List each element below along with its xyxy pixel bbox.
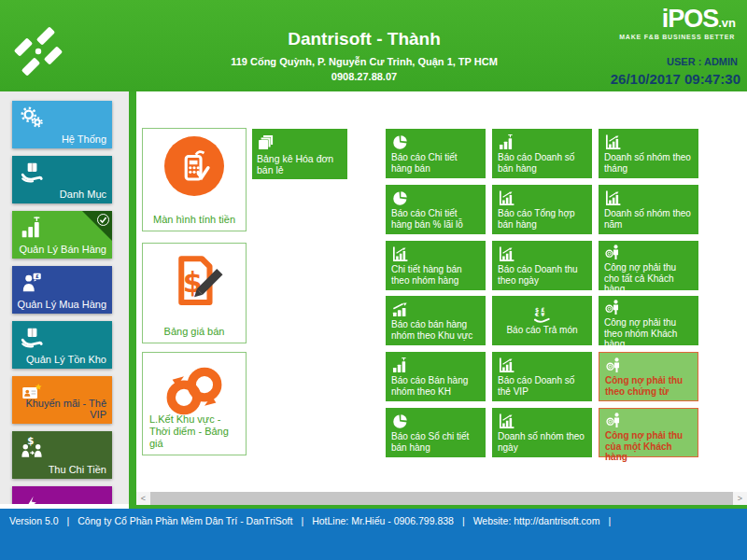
report-button-4[interactable]: Báo cáo Chi tiết hàng bán % lãi lỗ (386, 185, 486, 234)
report-button-9[interactable]: Công nợ phải thu cho tất cả Khách hàng (599, 241, 698, 290)
header: Dantrisoft - Thành 119 Cống Quỳnh, P. Ng… (0, 0, 747, 91)
report-button-18[interactable]: Công nợ phải thu của một Khách hàng (599, 408, 698, 457)
sidebar-item-4[interactable]: £Quản Lý Mua Hàng (12, 266, 112, 314)
price-doc-icon: $ (163, 251, 225, 313)
report-button-label: Công nợ phải thu cho tất cả Khách hàng (604, 262, 676, 294)
horizontal-scrollbar[interactable]: < > (136, 492, 747, 505)
app-window: Dantrisoft - Thành 119 Cống Quỳnh, P. Ng… (0, 0, 747, 560)
report-button-label: Công nợ phải thu của một Khách hàng (605, 430, 683, 462)
report-button-7[interactable]: Chi tiết hàng bán theo nhóm hàng (386, 241, 486, 290)
card-label: Bảng giá bán (147, 326, 242, 338)
sidebar-item-label: Thu Chi Tiền (16, 464, 106, 475)
footer-statusbar: Version 5.0|Công ty Cổ Phần Phần Mềm Dân… (0, 509, 747, 560)
store-title: Dantrisoft - Thành (131, 29, 598, 49)
report-button-label: Báo cáo Doanh số bán hàng (498, 152, 574, 174)
report-button-6[interactable]: Doanh số nhóm theo năm (599, 185, 698, 234)
sidebar-item-label: Quản Lý Mua Hàng (16, 299, 106, 310)
footer-segment: HotLine: Mr.Hiếu - 0906.799.838 (312, 515, 454, 526)
report-button-label: Báo cáo Doanh thu theo ngày (498, 264, 578, 286)
sidebar-item-8[interactable] (12, 486, 112, 504)
chart-frame-icon (391, 245, 409, 263)
svg-text:$: $ (27, 436, 34, 446)
gears-icon (20, 105, 44, 130)
report-button-label: Báo cáo Chi tiết hàng bán (391, 152, 458, 174)
store-address: 119 Cống Quỳnh, P. Nguyễn Cư Trinh, Quận… (131, 56, 598, 67)
shortcut-card-3[interactable]: L.Kết Khu vực - Thời điểm - Bảng giá (142, 352, 247, 455)
report-button-14[interactable]: Báo cáo Doanh số thẻ VIP (492, 352, 592, 401)
report-button-label: Báo cáo Tổng hợp bán hàng (498, 208, 575, 230)
report-button-label: Báo cáo Sổ chi tiết bán hàng (391, 431, 469, 453)
report-button-label: Công nợ phải thu theo nhóm Khách hàng (604, 317, 677, 349)
retail-invoice-list-button[interactable]: Bảng kê Hóa đơn bán lẻ (252, 129, 347, 179)
sidebar: Hệ ThốngDanh MụcQuản Lý Bán Hàng£Quản Lý… (0, 91, 129, 504)
shortcut-cards: Màn hình tính tiền$Bảng giá bánL.Kết Khu… (142, 128, 247, 464)
svg-text:£: £ (35, 273, 39, 279)
report-button-3[interactable]: Doanh số nhóm theo tháng (599, 129, 698, 178)
report-button-label: Công nợ phải thu theo chứng từ (605, 375, 683, 397)
chart-frame-icon (604, 133, 622, 151)
buyer-icon: £ (20, 271, 44, 295)
ipos-logo-tld: .vn (718, 16, 736, 30)
report-button-15[interactable]: Công nợ phải thu theo chứng từ (599, 352, 698, 401)
growth-bars-icon (391, 301, 409, 318)
report-button-17[interactable]: Doanh số nhóm theo ngày (492, 408, 592, 457)
sidebar-divider (129, 91, 136, 509)
report-button-2[interactable]: Báo cáo Doanh số bán hàng (492, 129, 592, 178)
sidebar-item-label: Quản Lý Bán Hàng (16, 244, 106, 255)
card-label: Màn hình tính tiền (147, 214, 242, 226)
pie-chart-icon (391, 133, 409, 151)
svg-text:€ ¥: € ¥ (534, 311, 545, 317)
invoices-icon (257, 133, 275, 152)
user-label: USER : ADMIN (667, 56, 738, 67)
report-button-10[interactable]: Báo cáo bán hàng nhóm theo Khu vực (386, 296, 486, 345)
sidebar-item-1[interactable]: Hệ Thống (12, 101, 112, 148)
report-button-label: Báo cáo bán hàng nhóm theo Khu vực (391, 319, 472, 341)
datetime-label: 26/10/2017 09:47:30 (611, 71, 740, 87)
report-button-16[interactable]: Báo cáo Sổ chi tiết bán hàng (386, 408, 486, 457)
refund-hand-icon: $ £€ ¥ (533, 306, 551, 324)
sidebar-item-label: Danh Mục (16, 189, 106, 200)
cash-register-icon (164, 136, 224, 196)
sidebar-item-label: Hệ Thống (16, 133, 106, 145)
bar-chart-icon (20, 216, 44, 240)
sidebar-item-7[interactable]: $Thu Chi Tiền (12, 431, 112, 479)
shortcut-card-1[interactable]: Màn hình tính tiền (142, 128, 247, 231)
report-button-label: Báo cáo Chi tiết hàng bán % lãi lỗ (391, 208, 463, 230)
sidebar-item-label: Quản Lý Tồn Kho (16, 354, 106, 365)
ipos-logo: iPOS.vn (662, 5, 736, 34)
store-phone: 0908.27.88.07 (131, 71, 598, 82)
sidebar-item-3[interactable]: Quản Lý Bán Hàng (12, 211, 112, 259)
scroll-right-icon[interactable]: > (733, 492, 747, 505)
scrollbar-thumb[interactable] (150, 492, 733, 505)
report-button-label: Doanh số nhóm theo năm (604, 208, 691, 230)
sidebar-item-6[interactable]: Khuyến mãi - Thẻ VIP (12, 376, 112, 424)
chart-frame-icon (498, 357, 515, 374)
scroll-left-icon[interactable]: < (136, 492, 150, 505)
chart-frame-icon (604, 189, 622, 207)
report-button-1[interactable]: Báo cáo Chi tiết hàng bán (386, 129, 486, 178)
footer-segment: Version 5.0 (9, 515, 59, 526)
report-button-12[interactable]: Công nợ phải thu theo nhóm Khách hàng (599, 296, 698, 345)
sidebar-item-5[interactable]: Quản Lý Tồn Kho (12, 321, 112, 369)
report-button-5[interactable]: Báo cáo Tổng hợp bán hàng (492, 185, 592, 234)
check-icon (97, 214, 109, 226)
debtor-icon (605, 357, 623, 374)
report-button-label: Doanh số nhóm theo tháng (604, 152, 691, 174)
debtor-icon (604, 244, 622, 261)
chart-frame-icon (498, 245, 515, 263)
footer-segment: Website: http://dantrisoft.com (473, 515, 600, 526)
shortcut-card-2[interactable]: $Bảng giá bán (142, 243, 247, 343)
debtor-icon (605, 412, 623, 429)
report-button-label: Doanh số nhóm theo ngày (498, 431, 585, 453)
report-button-8[interactable]: Báo cáo Doanh thu theo ngày (492, 241, 592, 290)
chart-frame-icon (498, 189, 515, 207)
footer-segment: Công ty Cổ Phần Phần Mềm Dân Trí - DanTr… (78, 515, 292, 526)
report-button-label: Chi tiết hàng bán theo nhóm hàng (391, 264, 462, 286)
hand-box-icon (20, 326, 44, 350)
debtor-icon (604, 299, 622, 316)
report-button-label: Báo cáo Doanh số thẻ VIP (498, 375, 574, 397)
report-button-13[interactable]: Báo cáo Bán hàng nhóm theo KH (386, 352, 486, 401)
sidebar-item-2[interactable]: Danh Mục (12, 156, 112, 203)
money-people-icon: $ (20, 436, 44, 460)
report-button-11[interactable]: $ £€ ¥Báo cáo Trả món (492, 296, 592, 345)
